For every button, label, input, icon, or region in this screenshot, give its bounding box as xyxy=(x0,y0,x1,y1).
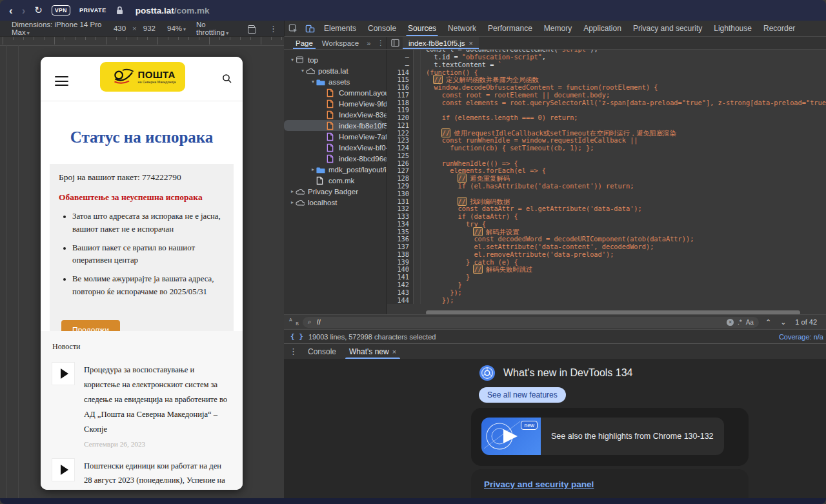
device-width-input[interactable]: 430 xyxy=(114,25,126,32)
search-match: // xyxy=(442,129,450,137)
app-window: ‹ › ↻ VPN PRIVATE postta.lat/com.mk Dime… xyxy=(0,0,826,504)
clear-search-icon[interactable]: × xyxy=(727,319,734,326)
chevron-expanded-icon[interactable]: ▾ xyxy=(310,79,316,85)
tree-item-privacy-badger[interactable]: ▸Privacy Badger xyxy=(284,186,387,197)
match-case-toggle-icon[interactable]: Aa xyxy=(746,319,754,326)
tab-privacy-and-security[interactable]: Privacy and security xyxy=(627,21,708,36)
line-number[interactable]: 117 xyxy=(387,92,414,99)
tree-item-homeview-9fd2[interactable]: HomeView-9fd2... xyxy=(284,98,387,109)
tab-elements[interactable]: Elements xyxy=(318,21,362,36)
tree-item-label: localhost xyxy=(308,199,337,207)
next-match-icon[interactable]: ⌄ xyxy=(778,318,789,327)
tree-item-localhost[interactable]: ▸localhost xyxy=(284,197,387,208)
chevron-expanded-icon[interactable]: ▾ xyxy=(289,57,296,63)
video-thumbnail[interactable]: new xyxy=(481,418,541,455)
tree-item-index-fb8e10f5-js[interactable]: index-fb8e10f5.js xyxy=(284,120,383,131)
tree-item-indexview-bf047[interactable]: IndexView-bf047... xyxy=(284,142,387,153)
vpn-badge[interactable]: VPN xyxy=(52,5,70,15)
tree-item-top[interactable]: ▾top xyxy=(284,54,387,65)
code-line: 142 } xyxy=(387,281,826,289)
see-all-features-button[interactable]: See all new features xyxy=(479,387,566,403)
line-number[interactable]: – xyxy=(387,54,414,61)
tree-item-com-mk[interactable]: com.mk xyxy=(284,175,387,186)
line-number[interactable]: 143 xyxy=(387,289,414,297)
site-logo[interactable]: ПОШТА на Северна Македонија xyxy=(100,62,185,92)
toggle-device-toolbar-icon[interactable] xyxy=(301,21,318,36)
tab-recorder[interactable]: Recorder xyxy=(758,21,801,36)
previous-match-icon[interactable]: ⌃ xyxy=(763,318,774,327)
device-dimensions-select[interactable]: Dimensions: iPhone 14 Pro Max▾ xyxy=(12,21,107,36)
code-editor[interactable]: const t = document.createElement("script… xyxy=(387,50,826,314)
tab-whats-new[interactable]: What's new × xyxy=(343,344,403,359)
replace-toggle-icon[interactable]: AB xyxy=(289,318,299,327)
tab-lighthouse[interactable]: Lighthouse xyxy=(708,21,758,36)
coverage-link[interactable]: Coverage: n/a xyxy=(779,333,823,341)
line-number[interactable]: – xyxy=(387,61,414,69)
tab-network[interactable]: Network xyxy=(442,21,482,36)
device-throttling-select[interactable]: No throttling▾ xyxy=(196,21,234,36)
tree-item-mdk-post-layout-i[interactable]: ▸mdk_post/layout/i... xyxy=(284,164,387,175)
tab-sources[interactable]: Sources xyxy=(402,21,442,36)
reload-icon[interactable]: ↻ xyxy=(34,5,43,16)
tree-item-label: Privacy Badger xyxy=(308,188,358,196)
navigator-toggle-icon[interactable] xyxy=(387,37,403,49)
play-icon[interactable] xyxy=(52,459,74,481)
tab-performance[interactable]: Performance xyxy=(482,21,538,36)
chevron-collapsed-icon[interactable]: ▸ xyxy=(310,166,316,172)
line-number[interactable]: 142 xyxy=(387,281,414,289)
alert-bullet: Ве молиме ажурирајте ја вашата адреса, п… xyxy=(72,273,225,299)
tab-application[interactable]: Application xyxy=(578,21,627,36)
forward-icon[interactable]: › xyxy=(22,5,26,16)
chevron-collapsed-icon[interactable]: ▸ xyxy=(289,188,296,194)
tree-item-commonlayout[interactable]: CommonLayout-... xyxy=(284,87,387,98)
editor-tab-index-fb8e10f5[interactable]: index-fb8e10f5.js × xyxy=(403,37,479,49)
sidebar-menu-icon[interactable]: ⋮ xyxy=(374,39,387,47)
back-icon[interactable]: ‹ xyxy=(9,5,13,16)
news-item[interactable]: Процедура за воспоставување и користење … xyxy=(52,363,231,448)
news-item[interactable]: Поштенски единици кои работат на ден 28 … xyxy=(52,459,231,490)
tree-item-label: CommonLayout-... xyxy=(339,89,387,97)
chevron-collapsed-icon[interactable]: ▸ xyxy=(289,199,296,205)
tab-console[interactable]: Console xyxy=(301,344,343,359)
address-bar[interactable]: postta.lat/com.mk xyxy=(136,6,210,15)
chevron-expanded-icon[interactable]: ▾ xyxy=(299,68,306,74)
privacy-panel-link[interactable]: Privacy and security panel xyxy=(484,479,594,489)
more-tabs-icon[interactable]: » xyxy=(364,39,373,47)
line-number[interactable]: 121 xyxy=(387,122,414,130)
device-toolbar-menu-icon[interactable]: ⋮ xyxy=(267,24,284,34)
device-height-input[interactable]: 932 xyxy=(143,25,156,32)
tree-item-postta-lat[interactable]: ▾postta.lat xyxy=(284,65,387,76)
tab-console[interactable]: Console xyxy=(362,21,402,36)
pretty-print-icon[interactable]: { } xyxy=(290,332,303,341)
file-purple-icon xyxy=(327,154,336,163)
site-header: ПОШТА на Северна Македонија xyxy=(41,57,243,101)
search-icon[interactable] xyxy=(222,74,232,86)
highlights-card[interactable]: new See also the highlights from Chrome … xyxy=(471,408,749,466)
line-number[interactable]: 125 xyxy=(387,152,414,160)
device-zoom-select[interactable]: 94%▾ xyxy=(167,25,186,32)
tree-item-indexview-83eb[interactable]: IndexView-83eb... xyxy=(284,109,387,120)
line-number[interactable]: 130 xyxy=(387,190,414,198)
search-input[interactable] xyxy=(316,318,723,327)
play-icon[interactable] xyxy=(52,363,74,385)
search-field[interactable]: ⌕ × .* Aa xyxy=(303,317,759,328)
tree-item-index-8bcd96ec[interactable]: index-8bcd96ec.... xyxy=(284,153,387,164)
regex-toggle-icon[interactable]: .* xyxy=(738,319,742,326)
drawer-menu-icon[interactable]: ⋮ xyxy=(284,344,301,359)
horizontal-ruler xyxy=(0,37,284,46)
inspect-element-icon[interactable] xyxy=(285,21,301,36)
menu-icon[interactable] xyxy=(55,76,68,86)
line-number[interactable]: 138 xyxy=(387,251,414,259)
tab-workspace[interactable]: Workspace xyxy=(318,37,363,49)
rotate-device-icon[interactable] xyxy=(247,24,256,33)
tree-item-assets[interactable]: ▾assets xyxy=(284,76,387,87)
close-whats-new-icon[interactable]: × xyxy=(392,348,396,356)
line-number[interactable] xyxy=(387,50,414,54)
line-number[interactable]: 144 xyxy=(387,297,414,305)
tab-page[interactable]: Page xyxy=(292,37,317,49)
close-tab-icon[interactable]: × xyxy=(469,39,473,47)
lock-icon[interactable] xyxy=(116,6,124,15)
tree-item-homeview-7af81[interactable]: HomeView-7af81... xyxy=(284,131,387,142)
line-number[interactable]: 134 xyxy=(387,221,414,228)
tab-memory[interactable]: Memory xyxy=(538,21,578,36)
